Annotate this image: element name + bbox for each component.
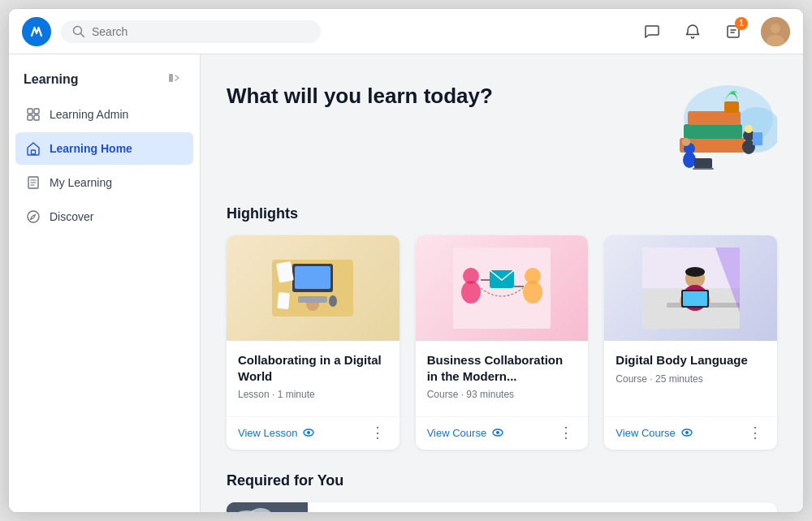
svg-point-51 <box>685 267 705 277</box>
svg-rect-33 <box>298 296 327 303</box>
svg-rect-31 <box>295 266 330 289</box>
svg-rect-6 <box>169 74 173 82</box>
sidebar-item-discover[interactable]: Discover <box>15 200 193 233</box>
card-business: Business Collaboration in the Modern... … <box>416 235 589 450</box>
svg-rect-7 <box>28 109 32 114</box>
main-layout: Learning <box>9 54 803 512</box>
chat-icon <box>644 24 660 40</box>
card-link-2[interactable]: View Course <box>427 426 504 439</box>
bell-icon <box>685 24 701 40</box>
card-collaborating: Collaborating in a Digital World Lesson … <box>227 235 400 450</box>
card-body-2: Business Collaboration in the Modern... … <box>416 341 589 407</box>
card-footer-3: View Course ⋮ <box>604 416 777 450</box>
workday-logo[interactable] <box>22 17 51 46</box>
card-title-2: Business Collaboration in the Modern... <box>427 352 577 384</box>
cart-button[interactable]: 1 <box>720 19 746 45</box>
sidebar-item-my-learning[interactable]: My Learning <box>15 166 193 199</box>
avatar[interactable] <box>761 17 790 46</box>
svg-point-27 <box>745 125 753 133</box>
sidebar: Learning <box>9 54 201 512</box>
chat-button[interactable] <box>639 19 665 45</box>
book-icon <box>25 174 41 191</box>
card-image-digital <box>604 235 777 341</box>
svg-point-57 <box>685 431 689 434</box>
svg-rect-10 <box>34 115 39 120</box>
required-item-image: STOP <box>227 502 308 512</box>
required-title: Required for You <box>227 472 777 489</box>
card-body-3: Digital Body Language Course · 25 minute… <box>604 341 777 407</box>
required-item: STOP NOT STARTED Workplace Harassment & … <box>227 502 777 512</box>
collapse-icon <box>167 71 182 85</box>
card-link-3[interactable]: View Course <box>615 426 693 439</box>
svg-rect-28 <box>753 132 762 145</box>
sidebar-collapse-button[interactable] <box>164 69 185 90</box>
compass-icon <box>25 209 41 225</box>
svg-rect-9 <box>28 115 32 120</box>
eye-icon <box>302 426 315 439</box>
card-meta-2: Course · 93 minutes <box>427 389 577 400</box>
sidebar-item-learning-home[interactable]: Learning Home <box>15 132 193 165</box>
sidebar-header: Learning <box>9 61 200 98</box>
svg-point-22 <box>682 138 690 146</box>
card-footer-1: View Lesson ⋮ <box>227 416 400 450</box>
svg-rect-23 <box>694 158 712 169</box>
search-icon <box>72 25 85 38</box>
card-digital: Digital Body Language Course · 25 minute… <box>604 235 777 450</box>
svg-point-38 <box>307 431 310 434</box>
sidebar-nav: Learning Admin Learning Home <box>9 98 200 233</box>
card-more-button-2[interactable]: ⋮ <box>555 424 577 441</box>
card-meta-1: Lesson · 1 minute <box>238 389 388 400</box>
grid-icon <box>25 106 41 123</box>
notifications-button[interactable] <box>680 19 706 45</box>
home-icon <box>25 140 41 157</box>
search-bar[interactable] <box>61 20 321 43</box>
highlights-title: Highlights <box>227 205 777 222</box>
card-footer-2: View Course ⋮ <box>416 416 589 450</box>
hero-title: What will you learn today? <box>227 84 493 109</box>
eye-icon <box>491 426 504 439</box>
sidebar-title: Learning <box>24 72 79 87</box>
sidebar-item-label: My Learning <box>50 176 112 189</box>
svg-rect-18 <box>688 111 741 125</box>
svg-rect-36 <box>278 292 291 309</box>
svg-rect-17 <box>684 124 742 139</box>
card-more-button-1[interactable]: ⋮ <box>367 424 388 441</box>
topbar-icons: 1 <box>639 17 790 46</box>
svg-rect-54 <box>683 291 707 306</box>
card-image-collab <box>227 235 400 341</box>
search-input[interactable] <box>92 25 309 38</box>
svg-point-46 <box>496 431 499 434</box>
sidebar-item-label: Learning Home <box>50 142 132 155</box>
svg-point-21 <box>683 152 696 168</box>
svg-point-13 <box>28 211 39 222</box>
card-more-button-3[interactable]: ⋮ <box>745 424 766 441</box>
card-body-1: Collaborating in a Digital World Lesson … <box>227 341 400 407</box>
svg-rect-11 <box>32 150 36 154</box>
topbar: 1 <box>9 9 803 54</box>
sidebar-item-learning-admin[interactable]: Learning Admin <box>15 98 193 131</box>
card-image-business <box>416 235 589 341</box>
svg-line-1 <box>81 33 84 37</box>
card-link-1[interactable]: View Lesson <box>238 426 315 439</box>
card-title-1: Collaborating in a Digital World <box>238 352 388 384</box>
sidebar-item-label: Learning Admin <box>50 108 128 121</box>
cards-row: Collaborating in a Digital World Lesson … <box>227 235 777 450</box>
svg-rect-19 <box>724 101 739 113</box>
svg-rect-8 <box>34 109 39 114</box>
hero-section: What will you learn today? <box>227 77 777 183</box>
hero-illustration <box>598 77 777 183</box>
card-title-3: Digital Body Language <box>615 352 766 368</box>
app-window: 1 Learning <box>8 8 804 513</box>
sidebar-item-label: Discover <box>50 210 93 223</box>
svg-point-41 <box>461 281 481 304</box>
cart-badge: 1 <box>735 17 748 30</box>
card-meta-3: Course · 25 minutes <box>615 373 766 385</box>
svg-rect-24 <box>693 168 714 170</box>
content-area: What will you learn today? <box>201 54 803 512</box>
eye-icon <box>680 426 693 439</box>
required-item-body: NOT STARTED Workplace Harassment & Discr… <box>308 512 777 513</box>
svg-point-43 <box>523 281 542 304</box>
svg-point-4 <box>771 24 780 33</box>
svg-point-34 <box>329 295 337 307</box>
